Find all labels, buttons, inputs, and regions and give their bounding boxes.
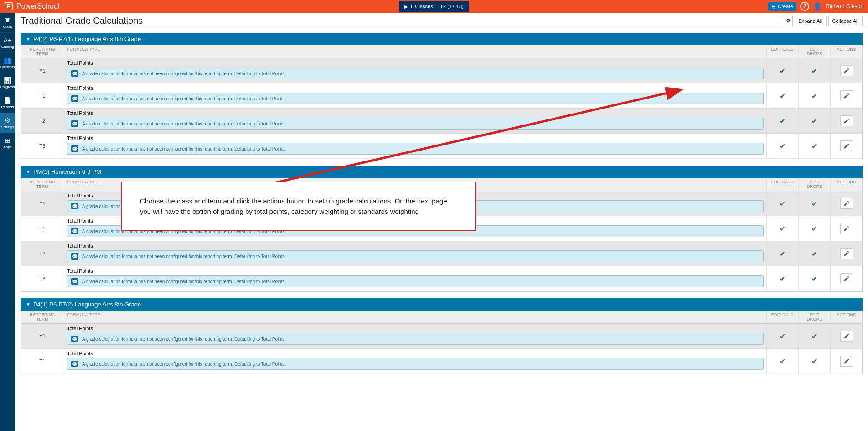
class-selector-button[interactable]: ▶ 8 Classes - T2 (17-18) — [399, 1, 469, 12]
checkmark-icon: ✔ — [811, 275, 817, 283]
formula-cell: Total Points💬A grade calculation formula… — [64, 324, 766, 348]
actions-cell — [830, 83, 862, 108]
info-message-text: A grade calculation formula has not been… — [82, 254, 286, 259]
edit-action-button[interactable] — [840, 248, 853, 259]
term-row: T2Total Points💬A grade calculation formu… — [21, 109, 862, 134]
col-formula-type: FORMULA TYPE — [64, 45, 766, 58]
actions-cell — [830, 109, 862, 133]
edit-action-button[interactable] — [840, 198, 853, 209]
pencil-icon — [843, 250, 850, 257]
checkmark-icon: ✔ — [780, 332, 785, 341]
edit-drops-cell: ✔ — [798, 83, 830, 108]
pencil-icon — [843, 200, 850, 207]
user-icon[interactable]: 👤 — [813, 2, 822, 11]
edit-action-button[interactable] — [840, 331, 853, 342]
class-icon: ▣ — [5, 16, 10, 24]
section-body: REPORTING TERMFORMULA TYPEEDIT CALCEDIT … — [21, 311, 863, 374]
create-button[interactable]: ⊕ Create — [768, 2, 796, 11]
edit-action-button[interactable] — [840, 65, 853, 76]
edit-calc-cell: ✔ — [766, 241, 798, 266]
brand-name: PowerSchool — [16, 2, 59, 10]
edit-drops-cell: ✔ — [798, 109, 830, 133]
message-icon: 💬 — [71, 145, 78, 152]
sidebar-item-grading[interactable]: A+Grading — [0, 33, 15, 53]
pencil-icon — [843, 275, 850, 282]
formula-type-label: Total Points — [67, 351, 764, 356]
edit-action-button[interactable] — [840, 115, 853, 126]
info-message-box: 💬A grade calculation formula has not bee… — [67, 358, 764, 370]
checkmark-icon: ✔ — [780, 142, 785, 151]
info-message-box: 💬A grade calculation formula has not bee… — [67, 118, 764, 130]
class-section: ▼P4(2) P6-P7(1) Language Arts 8th GradeR… — [21, 33, 863, 159]
col-reporting-term: REPORTING TERM — [21, 178, 64, 191]
edit-calc-cell: ✔ — [766, 58, 798, 83]
pencil-icon — [843, 225, 850, 232]
formula-type-label: Total Points — [67, 268, 764, 274]
section-header[interactable]: ▼P4(2) P6-P7(1) Language Arts 8th Grade — [21, 33, 863, 45]
pencil-icon — [843, 68, 850, 74]
edit-action-button[interactable] — [840, 90, 853, 101]
message-icon: 💬 — [71, 203, 78, 209]
edit-action-button[interactable] — [840, 273, 853, 284]
edit-action-button[interactable] — [840, 356, 853, 367]
reporting-term-cell: T2 — [21, 241, 64, 266]
expand-all-button[interactable]: Expand All — [795, 16, 827, 26]
info-message-box: 💬A grade calculation formula has not bee… — [67, 250, 764, 262]
edit-action-button[interactable] — [840, 223, 853, 234]
col-edit-drops: EDIT DROPS — [798, 311, 830, 323]
collapse-all-button[interactable]: Collapse All — [828, 16, 863, 26]
table-header: REPORTING TERMFORMULA TYPEEDIT CALCEDIT … — [21, 45, 862, 58]
section-title: P4(2) P6-P7(1) Language Arts 8th Grade — [33, 36, 141, 42]
col-formula-type: FORMULA TYPE — [64, 311, 766, 323]
caret-down-icon: ▼ — [26, 302, 31, 307]
reporting-term-cell: T3 — [21, 134, 64, 158]
actions-cell — [830, 134, 862, 158]
sidebar-item-progress[interactable]: 📊Progress — [0, 73, 15, 93]
header-right: ⊕ Create ? 👤 Richard Gieson — [768, 2, 868, 11]
sidebar-item-label: Settings — [1, 125, 14, 129]
edit-drops-cell: ✔ — [798, 134, 830, 158]
term-row: T3Total Points💬A grade calculation formu… — [21, 266, 862, 291]
section-header[interactable]: ▼PM(1) Homeroom 6-9 PM — [21, 166, 863, 178]
sidebar-item-students[interactable]: 👥Students — [0, 53, 15, 73]
sidebar-item-apps[interactable]: ⊞Apps — [0, 133, 15, 153]
sidebar-item-label: Class — [3, 25, 12, 29]
formula-type-label: Total Points — [67, 60, 764, 66]
dash: - — [436, 4, 438, 9]
edit-action-button[interactable] — [840, 140, 853, 151]
info-message-box: 💬A grade calculation formula has not bee… — [67, 93, 764, 104]
info-message-text: A grade calculation formula has not been… — [82, 362, 286, 367]
message-icon: 💬 — [71, 70, 78, 77]
term-row: T2Total Points💬A grade calculation formu… — [21, 241, 862, 266]
plus-icon: ⊕ — [772, 4, 776, 10]
actions-cell — [830, 266, 862, 291]
checkmark-icon: ✔ — [811, 92, 817, 100]
info-message-text: A grade calculation formula has not been… — [82, 337, 286, 342]
actions-cell — [830, 241, 862, 266]
checkmark-icon: ✔ — [811, 142, 817, 151]
reporting-term-cell: Y1 — [21, 324, 64, 348]
pencil-icon — [843, 333, 850, 339]
help-icon[interactable]: ? — [800, 2, 809, 11]
reporting-term-cell: T3 — [21, 266, 64, 291]
term-row: T3Total Points💬A grade calculation formu… — [21, 134, 862, 159]
formula-cell: Total Points💬A grade calculation formula… — [64, 83, 766, 108]
edit-drops-cell: ✔ — [798, 324, 830, 348]
reports-icon: 📄 — [4, 97, 11, 104]
class-term: T2 (17-18) — [440, 4, 463, 9]
checkmark-icon: ✔ — [780, 199, 785, 208]
gear-button[interactable]: ⚙ — [782, 16, 793, 26]
caret-down-icon: ▼ — [26, 169, 31, 174]
section-header[interactable]: ▼P4(1) P6-P7(2) Language Arts 8th Grade — [21, 298, 863, 311]
sidebar-item-class[interactable]: ▣Class — [0, 13, 15, 33]
sidebar-item-settings[interactable]: ⚙Settings — [0, 113, 15, 133]
reporting-term-cell: Y1 — [21, 58, 64, 83]
col-edit-calc: EDIT CALC — [766, 45, 798, 58]
sidebar-item-reports[interactable]: 📄Reports — [0, 93, 15, 113]
col-reporting-term: REPORTING TERM — [21, 45, 64, 58]
checkmark-icon: ✔ — [811, 224, 817, 233]
edit-calc-cell: ✔ — [766, 266, 798, 291]
checkmark-icon: ✔ — [780, 92, 785, 100]
actions-cell — [830, 216, 862, 241]
students-icon: 👥 — [4, 57, 11, 64]
